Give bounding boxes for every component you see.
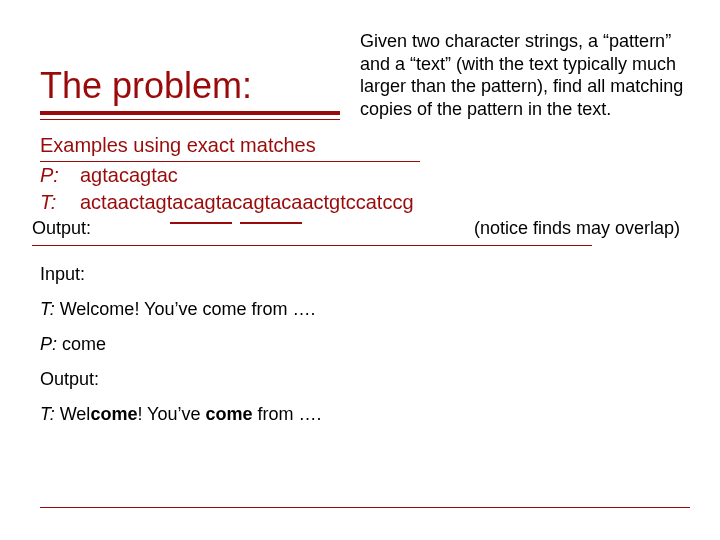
pattern-value: agtacagtac xyxy=(80,162,178,189)
output-label: Output: xyxy=(32,218,91,239)
input-text-line: T: Welcome! You’ve come from …. xyxy=(40,299,690,320)
text-row: T: actaactagtacagtacagtacaactgtccatccg xyxy=(40,189,690,216)
text-label: T: xyxy=(40,189,80,216)
title-rule-thin xyxy=(40,119,340,120)
output2-mid: ! You’ve xyxy=(137,404,205,424)
second-example: Input: T: Welcome! You’ve come from …. P… xyxy=(40,264,690,425)
bottom-rule xyxy=(40,507,690,508)
output2-suffix: from …. xyxy=(253,404,322,424)
input-pattern-line: P: come xyxy=(40,334,690,355)
slide: The problem: Given two character strings… xyxy=(0,0,720,540)
match-bar xyxy=(170,222,232,224)
output2-line: T: Welcome! You’ve come from …. xyxy=(40,404,690,425)
input-label: Input: xyxy=(40,264,690,285)
output2-label: Output: xyxy=(40,369,690,390)
problem-description: Given two character strings, a “pattern”… xyxy=(350,30,690,120)
examples-heading: Examples using exact matches xyxy=(40,132,690,159)
text-value: actaactagtacagtacagtacaactgtccatccg xyxy=(80,189,414,216)
input-text-label: T: xyxy=(40,299,55,319)
output2-match2: come xyxy=(205,404,252,424)
slide-title: The problem: xyxy=(40,65,340,107)
pattern-label: P: xyxy=(40,162,80,189)
output2-match1: come xyxy=(90,404,137,424)
output2-prefix: Wel xyxy=(60,404,91,424)
input-pattern-content: come xyxy=(62,334,106,354)
pattern-row: P: agtacagtac xyxy=(40,162,690,189)
match-bars xyxy=(170,222,302,224)
examples-block: Examples using exact matches P: agtacagt… xyxy=(40,132,690,216)
output2-text-label: T: xyxy=(40,404,55,424)
output-row: Output: (notice finds may overlap) xyxy=(40,218,690,239)
input-pattern-label: P: xyxy=(40,334,57,354)
output-rule xyxy=(32,245,592,246)
title-rule-thick xyxy=(40,111,340,115)
header-row: The problem: Given two character strings… xyxy=(40,30,690,120)
title-block: The problem: xyxy=(40,65,340,120)
input-text-content: Welcome! You’ve come from …. xyxy=(60,299,316,319)
overlap-notice: (notice finds may overlap) xyxy=(474,218,690,239)
match-bar xyxy=(240,222,302,224)
